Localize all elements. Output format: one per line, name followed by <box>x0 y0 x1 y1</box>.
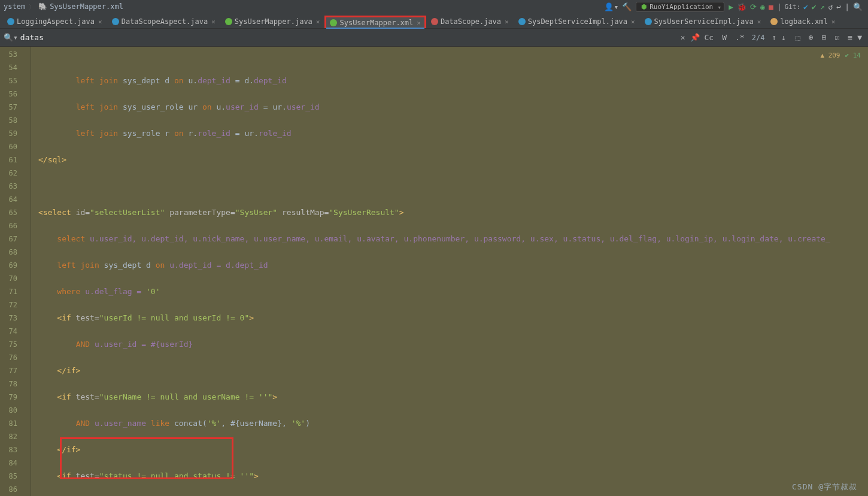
tab-sysusermapper-xml[interactable]: SysUserMapper.xml× <box>324 16 426 28</box>
line-number[interactable]: 65 <box>0 206 31 219</box>
breadcrumb-item[interactable]: SysUserMapper.xml <box>50 2 123 11</box>
run-icon[interactable]: ▶ <box>729 2 733 11</box>
run-config-select[interactable]: ⬢RuoYiApplication <box>636 2 724 12</box>
close-icon[interactable]: × <box>505 18 509 26</box>
line-number[interactable]: 84 <box>0 456 31 470</box>
java-class-icon <box>645 18 652 25</box>
line-number[interactable]: 72 <box>0 298 31 311</box>
line-number[interactable]: 53 <box>0 48 31 61</box>
breadcrumb-toolbar: ystem 🐘 SysUserMapper.xml 👤▾ 🔨 ⬢RuoYiApp… <box>0 0 868 13</box>
next-match-icon[interactable]: ↓ <box>781 33 786 42</box>
java-class-icon <box>7 18 14 25</box>
line-number[interactable]: 73 <box>0 311 31 325</box>
line-number[interactable]: 62 <box>0 167 31 180</box>
line-number[interactable]: 56 <box>0 87 31 101</box>
line-number[interactable]: 83 <box>0 443 31 456</box>
line-number[interactable]: 55 <box>0 74 31 87</box>
interface-icon <box>225 18 232 25</box>
line-number[interactable]: 82 <box>0 430 31 443</box>
close-icon[interactable]: × <box>831 18 836 26</box>
line-number[interactable]: 75 <box>0 338 31 351</box>
settings-icon[interactable]: ≡ <box>848 33 852 42</box>
tab-logging-aspect[interactable]: LoggingAspect.java× <box>2 15 107 28</box>
line-number[interactable]: 78 <box>0 377 31 391</box>
line-number[interactable]: 61 <box>0 153 31 167</box>
warning-badge[interactable]: ▲ 209 <box>820 49 840 62</box>
line-number[interactable]: 70 <box>0 272 31 285</box>
line-number[interactable]: 69 <box>0 259 31 272</box>
close-icon[interactable]: × <box>211 18 216 26</box>
typo-badge[interactable]: ✔ 14 <box>845 49 861 62</box>
close-icon[interactable]: × <box>98 18 102 26</box>
line-number[interactable]: 79 <box>0 391 31 404</box>
select-occurrences-icon[interactable]: ☑ <box>835 33 840 42</box>
search-icon[interactable]: 🔍▾ <box>4 33 18 42</box>
debug-icon[interactable]: 🐞 <box>737 2 746 11</box>
coverage-icon[interactable]: ⟳ <box>750 2 757 11</box>
regex-toggle[interactable]: .* <box>735 33 745 42</box>
divider: | <box>777 2 782 11</box>
line-number[interactable]: 59 <box>0 127 31 140</box>
xml-icon <box>330 19 337 26</box>
profile-icon[interactable]: ◉ <box>760 2 765 11</box>
match-case-toggle[interactable]: Cc <box>705 33 714 42</box>
line-number[interactable]: 66 <box>0 219 31 232</box>
search-icon[interactable]: 🔍 <box>853 2 863 11</box>
close-icon[interactable]: × <box>631 18 635 26</box>
line-number[interactable]: 58 <box>0 114 31 127</box>
annotation-icon <box>431 18 438 25</box>
match-count: 2/4 <box>752 34 765 42</box>
line-number[interactable]: 71 <box>0 285 31 298</box>
add-selection-icon[interactable]: ⊕ <box>809 33 814 42</box>
code-area[interactable]: ▲ 209 ✔ 14 left join sys_dept d on u.dep… <box>31 47 868 496</box>
inspection-badges[interactable]: ▲ 209 ✔ 14 <box>820 49 861 62</box>
close-icon[interactable]: × <box>417 19 421 27</box>
close-icon[interactable]: × <box>757 18 761 26</box>
git-push-icon[interactable]: ↗ <box>820 2 825 11</box>
divider: | <box>845 2 849 11</box>
line-number[interactable]: 57 <box>0 101 31 114</box>
git-update-icon[interactable]: ✔ <box>803 2 808 11</box>
close-icon[interactable]: × <box>316 18 320 26</box>
rollback-icon[interactable]: ↩ <box>836 2 841 11</box>
breadcrumb: ystem 🐘 SysUserMapper.xml <box>4 2 123 11</box>
line-number[interactable]: 60 <box>0 140 31 153</box>
tab-datascope-java[interactable]: DataScope.java× <box>426 15 514 28</box>
find-bar: 🔍▾ × 📌 Cc W .* 2/4 ↑ ↓ ⬚ ⊕ ⊟ ☑ ≡ ▼ <box>0 29 868 47</box>
history-icon[interactable]: ↺ <box>828 2 833 11</box>
whole-word-toggle[interactable]: W <box>722 33 727 42</box>
tab-sysuserserviceimpl[interactable]: SysUserServiceImpl.java× <box>640 15 766 28</box>
xml-icon <box>770 18 778 25</box>
line-number[interactable]: 74 <box>0 325 31 338</box>
watermark: CSDN @字节叔叔 <box>792 482 857 492</box>
pin-icon[interactable]: 📌 <box>690 33 700 42</box>
build-icon[interactable]: 🔨 <box>622 2 632 11</box>
tab-sysdeptserviceimpl[interactable]: SysDeptServiceImpl.java× <box>514 15 640 28</box>
breadcrumb-item[interactable]: ystem <box>4 2 25 11</box>
tab-datascope-aspect[interactable]: DataScopeAspect.java× <box>107 15 220 28</box>
line-number[interactable]: 81 <box>0 417 31 430</box>
prev-match-icon[interactable]: ↑ <box>772 33 776 42</box>
git-label: Git: <box>785 3 801 11</box>
line-number[interactable]: 67 <box>0 232 31 246</box>
line-number[interactable]: 63 <box>0 180 31 193</box>
line-number[interactable]: 64 <box>0 193 31 206</box>
line-number[interactable]: 76 <box>0 351 31 364</box>
select-all-icon[interactable]: ⬚ <box>796 33 800 42</box>
filter-icon[interactable]: ▼ <box>857 33 862 42</box>
user-icon[interactable]: 👤▾ <box>604 2 618 11</box>
line-number[interactable]: 54 <box>0 61 31 74</box>
line-number[interactable]: 68 <box>0 246 31 259</box>
search-input[interactable] <box>20 33 152 42</box>
line-number[interactable]: 86 <box>0 483 31 496</box>
git-commit-icon[interactable]: ✔ <box>812 2 817 11</box>
line-number[interactable]: 77 <box>0 364 31 377</box>
stop-icon[interactable]: ■ <box>769 2 773 11</box>
clear-search-icon[interactable]: × <box>681 33 685 42</box>
tab-logback-xml[interactable]: logback.xml× <box>766 15 840 28</box>
line-number[interactable]: 85 <box>0 470 31 483</box>
remove-selection-icon[interactable]: ⊟ <box>822 33 827 42</box>
tab-sysusermapper-java[interactable]: SysUserMapper.java× <box>220 15 325 28</box>
breadcrumb-sep-icon <box>28 2 36 11</box>
line-number[interactable]: 80 <box>0 404 31 417</box>
